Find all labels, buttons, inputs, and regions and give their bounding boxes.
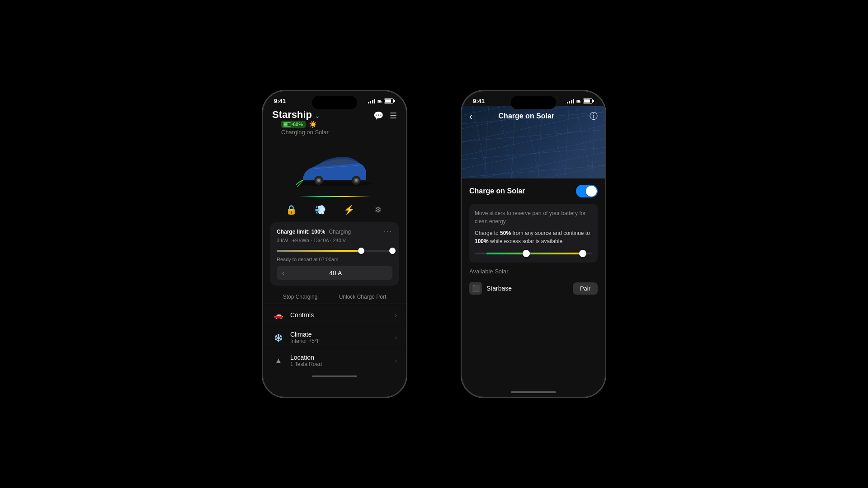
info-icon[interactable]: ⓘ	[590, 111, 598, 122]
climate-menu-text: Climate Interior 75°F	[290, 331, 395, 344]
toggle-thumb	[586, 186, 597, 197]
pct1-label: 50%	[500, 230, 511, 236]
amp-value: 40 A	[284, 269, 387, 277]
time-1: 9:41	[274, 98, 286, 104]
charging-status: Charging on Solar	[272, 129, 338, 139]
wifi-icon-1: ᵯ	[377, 98, 382, 104]
stop-charging-button[interactable]: Stop Charging	[283, 294, 318, 300]
battery-icon-1	[384, 99, 395, 103]
phone-2: 9:41 ᵯ	[461, 90, 606, 398]
menu-icon[interactable]: ☰	[390, 111, 397, 121]
solar-description-card: Move sliders to reserve part of your bat…	[469, 204, 598, 263]
controls-title: Controls	[290, 311, 395, 319]
charge-limit-label: Charge limit: 100%	[277, 229, 325, 235]
charge-section: Charge limit: 100% Charging ··· 3 kW · +…	[270, 222, 399, 286]
defrost-icon[interactable]: ❄	[370, 202, 386, 218]
solar-toggle[interactable]	[576, 185, 598, 197]
control-icons-row: 🔒 💨 ⚡ ❄	[263, 197, 406, 222]
battery-percentage: 60%	[281, 121, 306, 128]
chevron-down-icon[interactable]: ⌄	[315, 112, 320, 119]
solar-device-row: ⬛ Starbase Pair	[469, 278, 598, 298]
dual-slider-fill	[486, 253, 580, 254]
amp-selector: ‹ 40 A	[277, 266, 392, 280]
car-name: Starship	[272, 109, 312, 121]
depart-text: Ready to depart at 07:00am	[277, 257, 392, 262]
solar-image-area: ‹ Charge on Solar ⓘ	[462, 106, 605, 178]
climate-menu-item[interactable]: ❄️ Climate Interior 75°F ›	[263, 326, 406, 349]
status-icons-2: ᵯ	[567, 98, 594, 104]
header-icons: 💬 ☰	[373, 111, 397, 121]
solar-device-icon: ⬛	[469, 282, 482, 295]
solar-body: Charge on Solar Move sliders to reserve …	[462, 178, 605, 388]
car-image-area	[263, 143, 406, 197]
location-menu-item[interactable]: ▲ Location 1 Tesla Road ›	[263, 349, 406, 372]
home-indicator-2	[462, 388, 605, 397]
location-chevron-icon: ›	[395, 357, 397, 364]
car-header: Starship ⌄ 60% ☀️ Charging on Solar 💬 ☰	[263, 106, 406, 143]
climate-icon: ❄️	[272, 331, 285, 344]
charge-header-left: Charge limit: 100% Charging	[277, 229, 351, 235]
time-2: 9:41	[473, 98, 485, 104]
svg-point-6	[355, 179, 358, 182]
svg-line-9	[462, 147, 605, 160]
pair-button[interactable]: Pair	[573, 282, 598, 295]
wifi-icon-2: ᵯ	[576, 98, 580, 104]
battery-status-row: 60% ☀️	[272, 121, 338, 129]
location-icon: ▲	[272, 354, 285, 367]
solar-header: ‹ Charge on Solar ⓘ	[462, 106, 605, 126]
charge-icon[interactable]: ⚡	[341, 202, 357, 218]
controls-menu-item[interactable]: 🚗 Controls ›	[263, 304, 406, 326]
back-button[interactable]: ‹	[469, 111, 472, 122]
status-icons-1: ᵯ	[368, 98, 396, 104]
location-menu-text: Location 1 Tesla Road	[290, 354, 395, 367]
message-icon[interactable]: 💬	[373, 111, 383, 121]
svg-line-8	[462, 129, 605, 142]
phone-1: 9:41 ᵯ Starship ⌄	[262, 90, 407, 398]
action-buttons: Stop Charging Unlock Charge Port	[263, 289, 406, 304]
sun-icon: ☀️	[309, 121, 317, 128]
menu-items: 🚗 Controls › ❄️ Climate Interior 75°F › …	[263, 304, 406, 372]
charge-header: Charge limit: 100% Charging ···	[277, 228, 392, 236]
battery-icon-2	[583, 99, 594, 103]
available-solar-title: Available Solar	[469, 268, 598, 275]
solar-screen-title: Charge on Solar	[476, 112, 577, 120]
climate-title: Climate	[290, 331, 395, 338]
unlock-charge-port-button[interactable]: Unlock Charge Port	[339, 294, 387, 300]
charge-details: 3 kW · +9 kWh · 13/40A · 240 V	[277, 238, 392, 243]
controls-icon: 🚗	[272, 309, 285, 321]
svg-point-0	[296, 181, 373, 186]
available-solar-section: Available Solar ⬛ Starbase Pair	[469, 268, 598, 298]
solar-desc-text-2: Charge to 50% from any source and contin…	[475, 229, 592, 245]
controls-chevron-icon: ›	[395, 311, 397, 319]
solar-dual-slider[interactable]	[475, 250, 592, 257]
climate-chevron-icon: ›	[395, 334, 397, 341]
controls-menu-text: Controls	[290, 311, 395, 319]
signal-icon-1	[368, 99, 376, 103]
dynamic-island-1	[312, 96, 357, 109]
fan-icon[interactable]: 💨	[312, 202, 328, 218]
car-name-row: Starship ⌄	[272, 109, 338, 121]
lock-icon[interactable]: 🔒	[283, 202, 299, 218]
home-indicator-1	[263, 372, 406, 381]
svg-point-3	[317, 179, 320, 182]
car-image	[289, 147, 380, 192]
svg-line-10	[462, 164, 605, 178]
more-options-icon[interactable]: ···	[384, 228, 392, 236]
location-subtitle: 1 Tesla Road	[290, 361, 395, 367]
dual-slider-right-thumb[interactable]	[579, 250, 586, 257]
charging-badge: Charging	[329, 229, 351, 235]
charge-slider[interactable]	[277, 248, 392, 254]
solar-toggle-row: Charge on Solar	[469, 185, 598, 197]
solar-desc-text-1: Move sliders to reserve part of your bat…	[475, 209, 592, 225]
signal-icon-2	[567, 99, 575, 103]
location-title: Location	[290, 354, 395, 361]
dual-slider-left-thumb[interactable]	[523, 250, 530, 257]
dual-slider-track	[475, 253, 592, 254]
pct2-label: 100%	[475, 238, 489, 244]
climate-subtitle: Interior 75°F	[290, 338, 395, 344]
solar-toggle-label: Charge on Solar	[469, 187, 525, 195]
solar-device-name: Starbase	[486, 285, 573, 292]
